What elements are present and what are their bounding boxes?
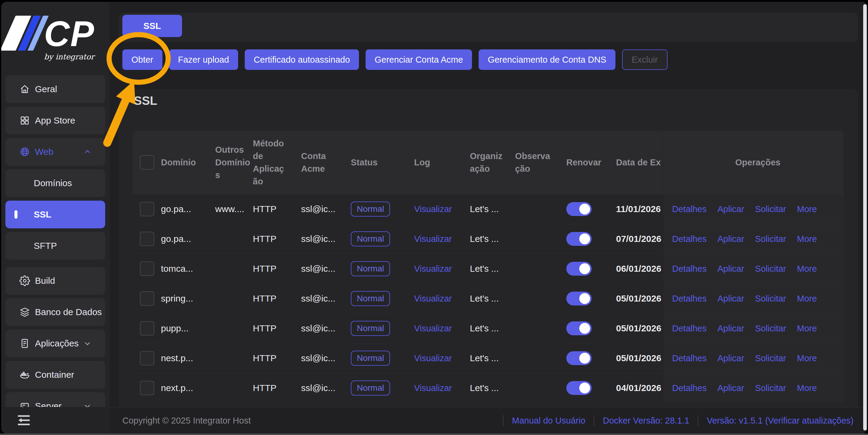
acme-account-cell: ssl@ic... xyxy=(301,264,336,274)
aplicar-link[interactable]: Aplicar xyxy=(717,264,744,274)
obter-button[interactable]: Obter xyxy=(122,49,162,70)
acme-account-cell: ssl@ic... xyxy=(301,323,336,333)
sidebar-item-web[interactable]: Web xyxy=(5,138,105,166)
aplicar-link[interactable]: Aplicar xyxy=(717,204,744,214)
sidebar-item-container[interactable]: Container xyxy=(5,361,105,389)
solicitar-link[interactable]: Solicitar xyxy=(755,204,786,214)
toggle-knob xyxy=(579,293,590,304)
renew-toggle[interactable] xyxy=(566,292,592,305)
aplicar-link[interactable]: Aplicar xyxy=(717,324,744,333)
detalhes-link[interactable]: Detalhes xyxy=(672,324,707,333)
renew-toggle[interactable] xyxy=(566,262,592,276)
organization-cell: Let's ... xyxy=(470,323,499,333)
more-link[interactable]: More xyxy=(797,383,817,393)
solicitar-link[interactable]: Solicitar xyxy=(755,324,786,333)
detalhes-link[interactable]: Detalhes xyxy=(672,234,707,244)
toggle-knob xyxy=(579,263,590,274)
more-link[interactable]: More xyxy=(797,294,817,304)
aplicar-link[interactable]: Aplicar xyxy=(717,294,744,304)
gerenciamento-conta-dns-button[interactable]: Gerenciamento de Conta DNS xyxy=(478,49,615,70)
more-link[interactable]: More xyxy=(797,354,817,363)
acme-account-cell: ssl@ic... xyxy=(301,234,336,244)
row-operations: DetalhesAplicarSolicitarMore xyxy=(663,313,844,343)
column-header-conta-acme[interactable]: Conta Acme xyxy=(301,150,330,175)
column-header-organizacao[interactable]: Organização xyxy=(470,150,506,175)
log-visualizar-link[interactable]: Visualizar xyxy=(414,383,452,393)
column-header-renovar[interactable]: Renovar xyxy=(566,158,601,167)
log-visualizar-link[interactable]: Visualizar xyxy=(414,324,452,333)
renew-toggle[interactable] xyxy=(566,202,592,216)
certificado-autoassinado-button[interactable]: Certificado autoassinado xyxy=(245,49,359,70)
sidebar-item-build[interactable]: Build xyxy=(5,267,105,295)
divider xyxy=(698,415,698,426)
manual-usuario-link[interactable]: Manual do Usuário xyxy=(512,416,585,426)
sidebar-item-banco-de-dados[interactable]: Banco de Dados xyxy=(5,298,105,326)
solicitar-link[interactable]: Solicitar xyxy=(755,294,786,304)
detalhes-link[interactable]: Detalhes xyxy=(672,354,707,363)
acme-account-cell: ssl@ic... xyxy=(301,293,336,304)
column-header-log[interactable]: Log xyxy=(414,158,430,167)
more-link[interactable]: More xyxy=(797,324,817,333)
solicitar-link[interactable]: Solicitar xyxy=(755,354,786,363)
column-header-dominio[interactable]: Domínio xyxy=(161,156,196,169)
aplicar-link[interactable]: Aplicar xyxy=(717,383,744,393)
more-link[interactable]: More xyxy=(797,234,817,244)
status-badge: Normal xyxy=(351,261,390,276)
detalhes-link[interactable]: Detalhes xyxy=(672,264,707,274)
vertical-scrollbar[interactable] xyxy=(863,4,867,431)
app-version-link[interactable]: Versão: v1.5.1 (Verificar atualizações) xyxy=(707,416,854,426)
row-checkbox[interactable] xyxy=(140,232,154,246)
domain-cell: go.pa... xyxy=(161,234,191,244)
gerenciar-conta-acme-button[interactable]: Gerenciar Conta Acme xyxy=(366,49,472,70)
excluir-button[interactable]: Excluir xyxy=(622,49,668,70)
more-link[interactable]: More xyxy=(797,264,817,274)
row-checkbox[interactable] xyxy=(140,381,154,395)
row-checkbox[interactable] xyxy=(140,291,154,306)
column-header-outros-dominios[interactable]: Outros Domínios xyxy=(215,143,251,181)
row-operations: DetalhesAplicarSolicitarMore xyxy=(663,284,844,313)
row-operations: DetalhesAplicarSolicitarMore xyxy=(663,373,844,403)
column-header-status[interactable]: Status xyxy=(351,158,378,167)
column-header-data-expiracao[interactable]: Data de Ex xyxy=(616,158,661,167)
log-visualizar-link[interactable]: Visualizar xyxy=(414,354,452,363)
solicitar-link[interactable]: Solicitar xyxy=(755,383,786,393)
renew-toggle[interactable] xyxy=(566,351,592,365)
log-visualizar-link[interactable]: Visualizar xyxy=(414,204,452,214)
sidebar-item-app-store[interactable]: App Store xyxy=(5,107,105,134)
renew-toggle[interactable] xyxy=(566,232,592,246)
sidebar-item-ssl[interactable]: SSL xyxy=(5,201,105,228)
tab-ssl[interactable]: SSL xyxy=(122,15,182,37)
organization-cell: Let's ... xyxy=(470,264,499,274)
sidebar-item-sftp[interactable]: SFTP xyxy=(5,232,105,260)
logo-stripes xyxy=(1,16,49,51)
detalhes-link[interactable]: Detalhes xyxy=(672,204,707,214)
column-header-observacao[interactable]: Observação xyxy=(515,150,553,175)
row-checkbox[interactable] xyxy=(140,321,154,336)
footer-links: Manual do Usuário Docker Versão: 28.1.1 … xyxy=(503,415,854,426)
detalhes-link[interactable]: Detalhes xyxy=(672,383,707,393)
chevron-up-icon xyxy=(84,148,91,156)
log-visualizar-link[interactable]: Visualizar xyxy=(414,234,452,244)
aplicar-link[interactable]: Aplicar xyxy=(717,234,744,244)
sidebar-item-aplicacoes[interactable]: Aplicações xyxy=(5,330,105,357)
sidebar-item-geral[interactable]: Geral xyxy=(5,75,105,103)
column-header-metodo-aplicacao[interactable]: Método de Aplicação xyxy=(253,137,288,188)
renew-toggle[interactable] xyxy=(566,322,592,335)
row-checkbox[interactable] xyxy=(140,351,154,365)
log-visualizar-link[interactable]: Visualizar xyxy=(414,264,452,274)
select-all-checkbox[interactable] xyxy=(140,155,154,170)
aplicar-link[interactable]: Aplicar xyxy=(717,354,744,363)
detalhes-link[interactable]: Detalhes xyxy=(672,294,707,304)
renew-toggle[interactable] xyxy=(566,381,592,395)
solicitar-link[interactable]: Solicitar xyxy=(755,264,786,274)
row-checkbox[interactable] xyxy=(140,202,154,216)
organization-cell: Let's ... xyxy=(470,353,499,363)
row-checkbox[interactable] xyxy=(140,262,154,276)
table-row: spring...HTTPssl@ic...NormalVisualizarLe… xyxy=(133,283,844,313)
more-link[interactable]: More xyxy=(797,204,817,214)
sidebar-item-dominios[interactable]: Domínios xyxy=(5,169,105,197)
fazer-upload-button[interactable]: Fazer upload xyxy=(169,49,238,70)
collapse-sidebar-icon[interactable] xyxy=(16,413,31,427)
solicitar-link[interactable]: Solicitar xyxy=(755,234,786,244)
log-visualizar-link[interactable]: Visualizar xyxy=(414,294,452,304)
